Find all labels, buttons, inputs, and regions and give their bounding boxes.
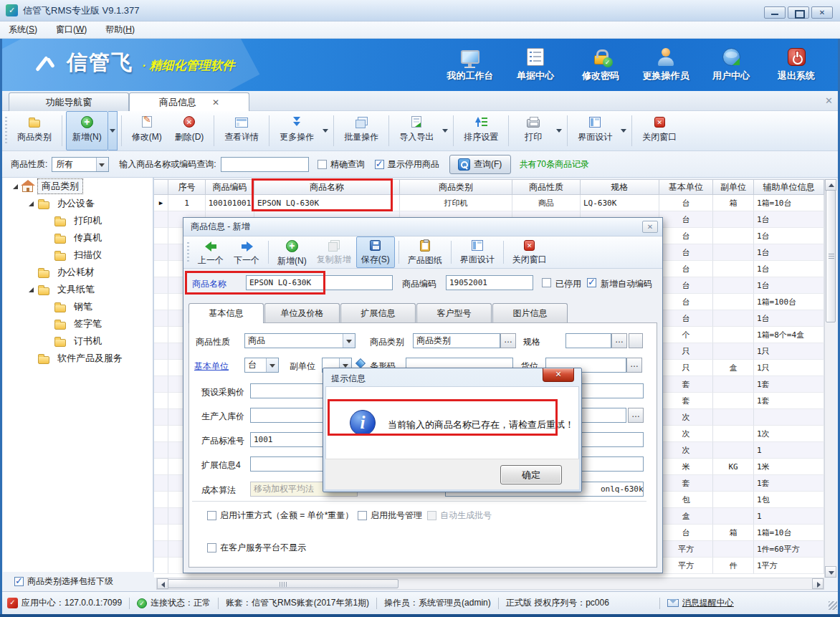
add-button[interactable]: 新增(N) [66, 111, 108, 150]
weigh-mode-checkbox[interactable] [207, 511, 216, 520]
maximize-button[interactable] [788, 6, 809, 19]
row-selector[interactable] [154, 294, 168, 310]
autocode-checkbox[interactable] [587, 278, 596, 287]
horizontal-scroll-thumb[interactable] [168, 579, 398, 588]
cell-sub-unit[interactable] [713, 244, 754, 261]
tab-customer-model[interactable]: 客户型号 [416, 303, 492, 322]
cell-sub-unit[interactable] [713, 541, 754, 558]
scroll-left-arrow[interactable] [157, 578, 168, 589]
cell-sub-unit[interactable]: KG [713, 459, 754, 475]
scroll-right-arrow[interactable] [812, 578, 824, 589]
search-button[interactable]: 查询(F) [449, 155, 511, 174]
spec-extra-button[interactable] [629, 333, 643, 348]
cell-sub-unit[interactable] [713, 393, 754, 409]
cell-sub-unit[interactable]: 盒 [713, 360, 754, 376]
cell-spec[interactable]: LQ-630K [581, 195, 659, 211]
cell-sub-unit[interactable] [713, 261, 754, 277]
cell-aux-unit[interactable]: 1台 [754, 261, 824, 277]
tree-item-stationery[interactable]: 文具纸笔 [3, 281, 153, 298]
cell-aux-unit[interactable]: 1箱=8个=4盒 [754, 327, 824, 343]
column-header[interactable]: 商品类别 [400, 180, 512, 194]
column-header[interactable]: 商品名称 [254, 180, 400, 194]
close-window-button[interactable]: 关闭窗口 [636, 111, 683, 150]
cell-aux-unit[interactable]: 1只 [754, 360, 824, 376]
row-selector[interactable] [154, 343, 168, 360]
cell-base-unit[interactable]: 平方 [659, 541, 713, 558]
exit-system-button[interactable]: 退出系统 [768, 44, 824, 86]
row-selector[interactable] [154, 228, 168, 244]
menu-window[interactable]: 窗口(W) [56, 24, 87, 36]
row-selector[interactable] [154, 327, 168, 343]
row-selector[interactable] [154, 525, 168, 541]
column-header[interactable]: 辅助单位信息 [754, 180, 824, 194]
location-picker-button[interactable] [626, 358, 642, 373]
print-button[interactable]: 打印 [512, 111, 554, 150]
row-selector[interactable] [154, 393, 168, 409]
cell-nature[interactable]: 商品 [512, 195, 581, 211]
cell-base-unit[interactable]: 台 [659, 310, 713, 327]
product-drawing-button[interactable]: 产品图纸 [403, 236, 447, 268]
cell-aux-unit[interactable]: 1件=60平方 [754, 541, 824, 558]
cell-sub-unit[interactable]: 箱 [713, 525, 754, 541]
cell-base-unit[interactable]: 台 [659, 525, 713, 541]
sort-settings-button[interactable]: 排序设置 [457, 111, 505, 150]
cell-base-unit[interactable]: 台 [659, 195, 713, 211]
cell-sub-unit[interactable] [713, 277, 754, 294]
view-detail-button[interactable]: 查看详情 [218, 111, 265, 150]
cell-base-unit[interactable]: 台 [659, 211, 713, 228]
nature-filter-select[interactable]: 所有 [52, 157, 109, 172]
row-selector[interactable] [154, 492, 168, 508]
cell-sub-unit[interactable] [713, 310, 754, 327]
row-selector[interactable] [154, 376, 168, 393]
cell-sub-unit[interactable] [713, 211, 754, 228]
column-header[interactable]: 副单位 [713, 180, 754, 194]
row-selector[interactable] [154, 310, 168, 327]
tree-item-software-services[interactable]: 软件产品及服务 [3, 350, 153, 367]
cell-aux-unit[interactable]: 1箱=10台 [754, 195, 824, 211]
document-center-button[interactable]: 单据中心 [507, 44, 563, 86]
cell-sub-unit[interactable] [713, 327, 754, 343]
cell-aux-unit[interactable]: 1米 [754, 459, 824, 475]
ok-button[interactable]: 确定 [500, 465, 562, 484]
tree-item-printer[interactable]: 打印机 [3, 212, 153, 229]
import-export-button[interactable]: 导入导出 [393, 111, 440, 150]
ui-design-button[interactable]: 界面设计 [571, 111, 619, 150]
cell-aux-unit[interactable]: 1箱=100台 [754, 294, 824, 310]
expand-icon[interactable] [29, 201, 34, 206]
cell-aux-unit[interactable]: 1台 [754, 228, 824, 244]
cell-aux-unit[interactable]: 1套 [754, 475, 824, 492]
exact-search-checkbox[interactable] [318, 160, 327, 169]
cell-sub-unit[interactable] [713, 426, 754, 442]
cell-aux-unit[interactable]: 1包 [754, 492, 824, 508]
cell-sub-unit[interactable] [713, 475, 754, 492]
base-unit-link[interactable]: 基本单位 [194, 360, 229, 373]
category-input[interactable]: 商品类别 [413, 333, 500, 348]
dialog-add-button[interactable]: 新增(N) [272, 236, 312, 268]
cell-seq[interactable]: 1 [168, 195, 206, 211]
tree-item-scanner[interactable]: 扫描仪 [3, 247, 153, 264]
spec-picker-button[interactable] [611, 333, 627, 348]
product-code-input[interactable]: 19052001 [446, 275, 533, 290]
cell-base-unit[interactable]: 台 [659, 261, 713, 277]
tab-extended-info[interactable]: 扩展信息 [340, 303, 416, 322]
tab-units-prices[interactable]: 单位及价格 [264, 303, 340, 322]
cell-sub-unit[interactable] [713, 228, 754, 244]
cell-sub-unit[interactable] [713, 376, 754, 393]
tab-basic-info[interactable]: 基本信息 [188, 303, 264, 323]
dialog-close-window-button[interactable]: 关闭窗口 [507, 236, 552, 268]
row-selector[interactable] [154, 459, 168, 475]
cell-base-unit[interactable]: 包 [659, 492, 713, 508]
row-selector[interactable] [154, 426, 168, 442]
cell-aux-unit[interactable]: 1 [754, 442, 824, 459]
edit-button[interactable]: 修改(M) [125, 111, 168, 150]
cell-sub-unit[interactable] [713, 409, 754, 426]
cell-base-unit[interactable]: 米 [659, 459, 713, 475]
cell-base-unit[interactable]: 台 [659, 244, 713, 261]
dialog-ui-design-button[interactable]: 界面设计 [455, 236, 500, 268]
category-button[interactable]: 商品类别 [11, 111, 58, 150]
scroll-up-arrow[interactable] [825, 179, 836, 191]
ui-design-caret[interactable] [619, 111, 628, 150]
tab-nav-window[interactable]: 功能导航窗 [9, 92, 129, 111]
tree-item-office-supplies[interactable]: 办公耗材 [3, 264, 153, 281]
cell-base-unit[interactable]: 套 [659, 475, 713, 492]
